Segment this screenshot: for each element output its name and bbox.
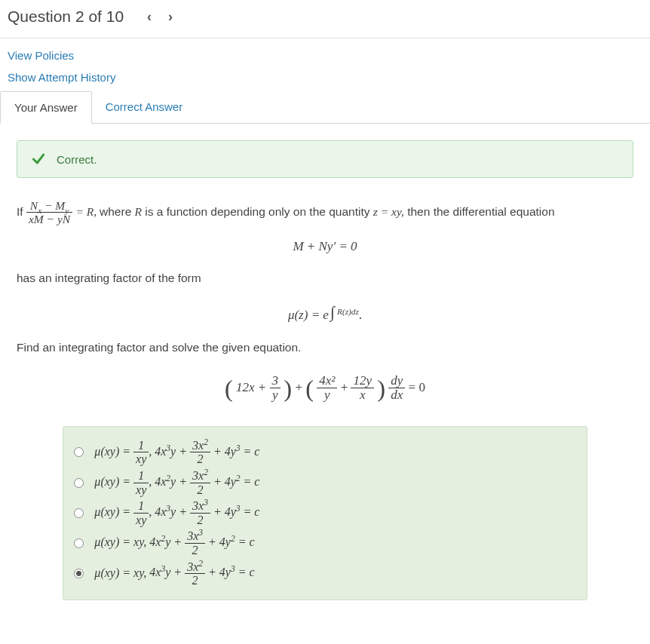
mu-z-lhs: μ(z) = e <box>288 308 329 323</box>
next-question-button[interactable]: › <box>160 6 181 27</box>
equation-mu-z: μ(z) = e∫ R(z)dz. <box>17 299 633 327</box>
period: . <box>359 308 362 323</box>
equals-R: = R, <box>75 205 100 218</box>
content-area: Correct. If Nx − My xM − yN = R, where R… <box>0 124 650 608</box>
answer-tabs: Your Answer Correct Answer <box>0 91 650 124</box>
tab-your-answer[interactable]: Your Answer <box>0 91 92 124</box>
condition-fraction: Nx − My xM − yN <box>26 199 72 225</box>
option-row[interactable]: μ(xy) = xy, 4x2y + 3x32 + 4y2 = c <box>74 528 575 558</box>
option-row[interactable]: μ(xy) = xy, 4x3y + 3x22 + 4y3 = c <box>74 559 575 589</box>
integral-icon: ∫ <box>330 303 335 321</box>
prev-question-button[interactable]: ‹ <box>139 6 160 27</box>
option-radio[interactable] <box>74 508 84 518</box>
option-math: μ(xy) = 1xy, 4x3y + 3x22 + 4y3 = c <box>94 439 259 466</box>
find-text: Find an integrating factor and solve the… <box>17 338 633 357</box>
f1n: 3 <box>270 374 281 388</box>
tab-correct-answer[interactable]: Correct Answer <box>92 91 197 123</box>
option-math: μ(xy) = xy, 4x2y + 3x32 + 4y2 = c <box>94 529 254 557</box>
question-title: Question 2 of 10 <box>8 8 124 26</box>
plus2: + <box>341 380 351 394</box>
correct-label: Correct. <box>57 153 97 166</box>
if-text: If <box>17 205 26 218</box>
eq-m-ny-text: M + Ny′ = 0 <box>293 239 357 253</box>
then-text: then the differential equation <box>407 205 554 218</box>
option-radio[interactable] <box>74 538 84 548</box>
exponent-block: ∫ R(z)dz <box>330 299 359 326</box>
option-radio[interactable] <box>74 569 84 578</box>
question-header: Question 2 of 10 ‹ › <box>0 0 650 38</box>
option-row[interactable]: μ(xy) = 1xy, 4x2y + 3x22 + 4y2 = c <box>74 468 575 498</box>
check-icon <box>31 152 46 167</box>
correct-banner: Correct. <box>17 140 633 178</box>
dyd: dx <box>388 388 405 403</box>
f2n: 4x² <box>317 374 337 388</box>
header-links: View Policies Show Attempt History <box>0 38 650 88</box>
is-function-text: is a function depending only on the quan… <box>145 205 373 218</box>
plus1: + <box>295 380 305 394</box>
where-text: where <box>100 205 135 218</box>
answer-options: μ(xy) = 1xy, 4x3y + 3x22 + 4y3 = cμ(xy) … <box>63 426 587 600</box>
option-radio[interactable] <box>74 478 84 488</box>
z-xy: z = xy, <box>373 205 404 218</box>
show-attempt-history-link[interactable]: Show Attempt History <box>8 66 642 88</box>
view-policies-link[interactable]: View Policies <box>8 44 642 66</box>
equation-M-Ny: M + Ny′ = 0 <box>17 236 633 258</box>
rz-dz: R(z)dz <box>337 307 359 316</box>
R-symbol: R <box>135 205 142 218</box>
option-radio[interactable] <box>74 447 84 457</box>
dyn: dy <box>388 374 405 388</box>
f3n: 12y <box>351 374 374 388</box>
f2d: y <box>317 388 337 403</box>
term-12x: 12x + <box>236 380 270 394</box>
option-math: μ(xy) = 1xy, 4x3y + 3x32 + 4y3 = c <box>94 499 259 526</box>
f3d: x <box>351 388 374 403</box>
f1d: y <box>270 388 281 403</box>
has-factor-text: has an integrating factor of the form <box>17 268 633 288</box>
problem-statement: If Nx − My xM − yN = R, where R is a fun… <box>17 199 633 409</box>
eq-zero: = 0 <box>409 380 425 394</box>
given-equation: ( 12x + 3y ) + ( 4x²y + 12yx ) dydx = 0 <box>17 368 633 409</box>
option-math: μ(xy) = 1xy, 4x2y + 3x22 + 4y2 = c <box>94 469 259 496</box>
option-row[interactable]: μ(xy) = 1xy, 4x3y + 3x32 + 4y3 = c <box>74 498 575 528</box>
option-row[interactable]: μ(xy) = 1xy, 4x3y + 3x22 + 4y3 = c <box>74 437 575 468</box>
option-math: μ(xy) = xy, 4x3y + 3x22 + 4y3 = c <box>94 560 254 587</box>
